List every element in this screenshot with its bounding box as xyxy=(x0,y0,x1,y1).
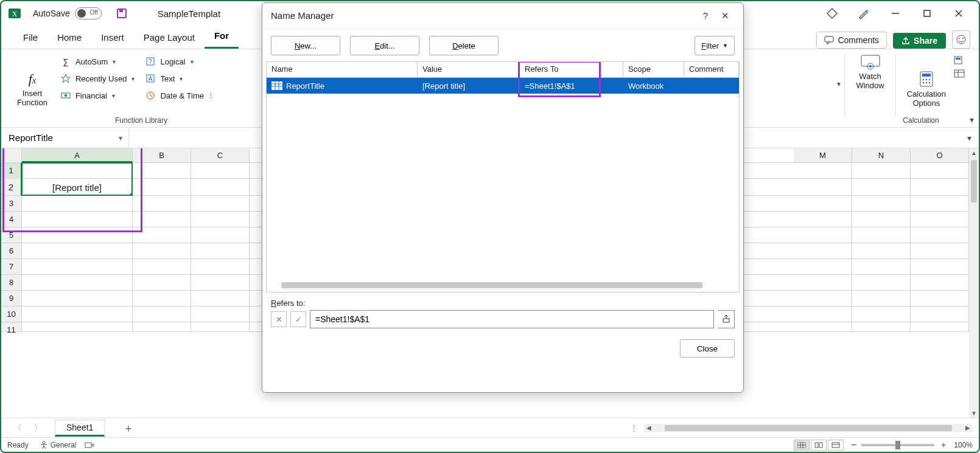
text-button[interactable]: AText▾ xyxy=(142,71,217,86)
col-header-refers[interactable]: Refers To xyxy=(520,62,623,77)
name-box-dropdown-icon[interactable]: ▾ xyxy=(119,134,122,142)
calc-sheet-icon[interactable] xyxy=(953,69,965,78)
col-header-value[interactable]: Value xyxy=(418,62,520,77)
cell-c11[interactable] xyxy=(191,322,250,332)
cell-o7[interactable] xyxy=(911,259,969,275)
tab-insert[interactable]: Insert xyxy=(91,27,134,49)
cell-n4[interactable] xyxy=(852,212,911,227)
col-header-scope[interactable]: Scope xyxy=(623,62,684,77)
sheet-nav-prev[interactable]: 〈 xyxy=(7,423,28,434)
vertical-scrollbar[interactable]: ▲▼ xyxy=(969,148,979,418)
cell-m10[interactable] xyxy=(794,306,852,322)
insert-function-button[interactable]: fx Insert Function xyxy=(12,52,52,127)
cell-b11[interactable] xyxy=(133,322,191,332)
row-header-9[interactable]: 9 xyxy=(1,291,22,306)
share-button[interactable]: Share xyxy=(893,33,946,49)
zoom-in-button[interactable]: ＋ xyxy=(939,440,948,451)
zoom-slider[interactable] xyxy=(861,444,934,446)
cell-c9[interactable] xyxy=(191,291,250,306)
range-picker-button[interactable] xyxy=(718,310,735,328)
view-page-layout-button[interactable] xyxy=(811,440,827,451)
filter-button[interactable]: Filter▼ xyxy=(695,36,735,55)
name-list-hscroll[interactable] xyxy=(281,282,702,288)
save-button[interactable] xyxy=(113,4,131,22)
cell-o1[interactable] xyxy=(911,163,969,196)
column-header-c[interactable]: C xyxy=(191,148,250,162)
name-list-row[interactable]: ReportTitle [Report title] =Sheet1!$A$1 … xyxy=(267,78,739,94)
comments-button[interactable]: Comments xyxy=(816,32,887,49)
cell-c4[interactable] xyxy=(191,212,250,227)
close-button[interactable]: Close xyxy=(680,339,735,358)
recently-used-button[interactable]: Recently Used▾ xyxy=(57,71,138,86)
col-header-name[interactable]: Name xyxy=(267,62,418,77)
cell-n9[interactable] xyxy=(852,291,911,306)
cell-c1[interactable] xyxy=(191,163,250,196)
cell-a11[interactable] xyxy=(22,322,133,332)
sheet-nav-next[interactable]: 〉 xyxy=(28,423,49,434)
watch-window-button[interactable]: Watch Window xyxy=(851,52,889,93)
cell-b7[interactable] xyxy=(133,259,191,275)
cell-o6[interactable] xyxy=(911,243,969,259)
logical-button[interactable]: ?Logical▾ xyxy=(142,54,217,69)
row-header-7[interactable]: 7 xyxy=(1,259,22,275)
cell-n5[interactable] xyxy=(852,227,911,243)
cell-b3[interactable] xyxy=(133,196,191,212)
cell-n6[interactable] xyxy=(852,243,911,259)
cell-n11[interactable] xyxy=(852,322,911,332)
minimize-button[interactable] xyxy=(887,5,903,21)
pen-sparkle-icon[interactable] xyxy=(856,5,872,21)
row-header-4[interactable]: 4 xyxy=(1,212,22,227)
cell-b8[interactable] xyxy=(133,275,191,291)
cell-b1[interactable] xyxy=(133,163,191,196)
name-box[interactable]: ▾ xyxy=(1,128,129,148)
diamond-icon[interactable] xyxy=(824,5,840,21)
col-header-comment[interactable]: Comment xyxy=(684,62,739,77)
row-header-6[interactable]: 6 xyxy=(1,243,22,259)
autosum-button[interactable]: ∑AutoSum▾ xyxy=(57,54,138,69)
cell-a7[interactable] xyxy=(22,259,133,275)
row-header-8[interactable]: 8 xyxy=(1,275,22,291)
cell-a9[interactable] xyxy=(22,291,133,306)
row-header-11[interactable]: 11 xyxy=(1,322,22,332)
tab-home[interactable]: Home xyxy=(47,27,91,49)
cell-n10[interactable] xyxy=(852,306,911,322)
cell-b4[interactable] xyxy=(133,212,191,227)
cell-a10[interactable] xyxy=(22,306,133,322)
formula-bar-expand-button[interactable]: ▾ xyxy=(960,133,979,143)
row-header-2[interactable]: 2 xyxy=(1,179,22,196)
cell-c3[interactable] xyxy=(191,196,250,212)
view-normal-button[interactable] xyxy=(794,440,810,451)
cell-n1[interactable] xyxy=(852,163,911,196)
cell-m1[interactable] xyxy=(794,163,852,196)
cell-b10[interactable] xyxy=(133,306,191,322)
zoom-out-button[interactable]: − xyxy=(851,440,856,451)
column-header-b[interactable]: B xyxy=(133,148,191,162)
refers-accept-button[interactable]: ✓ xyxy=(290,311,306,327)
cell-m8[interactable] xyxy=(794,275,852,291)
row-header-5[interactable]: 5 xyxy=(1,227,22,243)
cell-b9[interactable] xyxy=(133,291,191,306)
refers-to-input[interactable] xyxy=(310,310,714,328)
cell-n3[interactable] xyxy=(852,196,911,212)
restore-button[interactable] xyxy=(919,5,935,21)
column-header-a[interactable]: A xyxy=(22,148,133,162)
cell-a8[interactable] xyxy=(22,275,133,291)
cell-o4[interactable] xyxy=(911,212,969,227)
name-list[interactable]: Name Value Refers To Scope Comment Repor… xyxy=(266,61,740,292)
horizontal-scrollbar[interactable]: ◀▶ xyxy=(644,424,973,432)
tab-formulas[interactable]: For xyxy=(205,26,239,49)
view-page-break-button[interactable] xyxy=(828,440,844,451)
cell-m5[interactable] xyxy=(794,227,852,243)
ribbon-chevron-1[interactable]: ▾ xyxy=(833,52,844,127)
dialog-close-x[interactable]: ✕ xyxy=(715,10,735,21)
cell-c8[interactable] xyxy=(191,275,250,291)
cell-c10[interactable] xyxy=(191,306,250,322)
sheet-tabs-menu[interactable]: ⋮ xyxy=(630,423,638,432)
cell-o9[interactable] xyxy=(911,291,969,306)
new-button[interactable]: New... xyxy=(271,36,340,55)
edit-button[interactable]: Edit... xyxy=(350,36,419,55)
cell-n7[interactable] xyxy=(852,259,911,275)
delete-button[interactable]: Delete xyxy=(429,36,499,55)
row-header-10[interactable]: 10 xyxy=(1,306,22,322)
cell-o3[interactable] xyxy=(911,196,969,212)
